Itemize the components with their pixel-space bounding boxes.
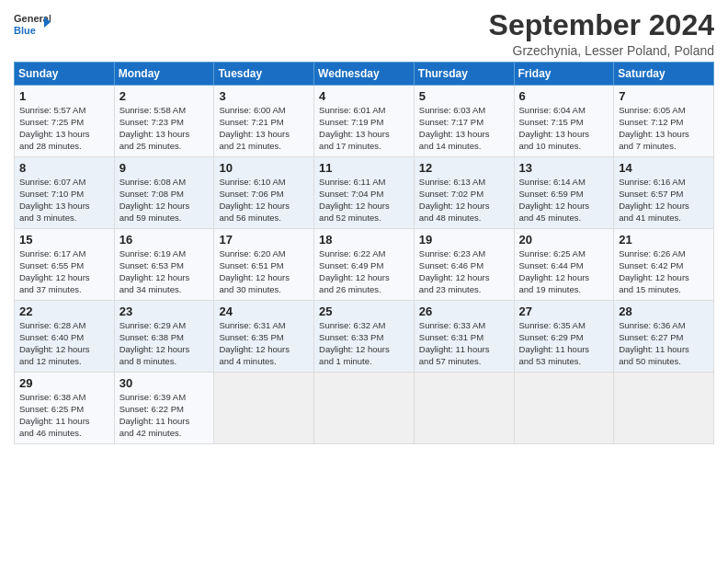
calendar-cell: 8Sunrise: 6:07 AMSunset: 7:10 PMDaylight… <box>15 157 115 229</box>
cell-content: Sunrise: 5:58 AMSunset: 7:23 PMDaylight:… <box>119 105 210 152</box>
cell-content: Sunrise: 6:14 AMSunset: 6:59 PMDaylight:… <box>519 177 609 224</box>
calendar-cell: 28Sunrise: 6:36 AMSunset: 6:27 PMDayligh… <box>614 301 714 373</box>
weekday-header-tuesday: Tuesday <box>214 63 314 86</box>
cell-content: Sunrise: 6:25 AMSunset: 6:44 PMDaylight:… <box>519 248 609 295</box>
day-number: 16 <box>119 233 210 247</box>
cell-content: Sunrise: 6:31 AMSunset: 6:35 PMDaylight:… <box>219 320 309 367</box>
calendar-cell <box>314 373 415 444</box>
day-number: 17 <box>219 233 309 247</box>
day-number: 4 <box>319 89 409 103</box>
day-number: 12 <box>419 161 509 175</box>
month-title: September 2024 <box>489 9 714 41</box>
calendar-cell: 25Sunrise: 6:32 AMSunset: 6:33 PMDayligh… <box>314 301 415 373</box>
cell-content: Sunrise: 6:26 AMSunset: 6:42 PMDaylight:… <box>619 248 709 295</box>
weekday-header-thursday: Thursday <box>414 63 514 86</box>
calendar-cell: 20Sunrise: 6:25 AMSunset: 6:44 PMDayligh… <box>514 229 614 301</box>
weekday-header-saturday: Saturday <box>614 63 714 86</box>
calendar-cell: 2Sunrise: 5:58 AMSunset: 7:23 PMDaylight… <box>114 86 214 157</box>
calendar-cell: 27Sunrise: 6:35 AMSunset: 6:29 PMDayligh… <box>514 301 614 373</box>
day-number: 18 <box>319 233 409 247</box>
day-number: 24 <box>219 304 309 318</box>
day-number: 1 <box>19 89 109 103</box>
day-number: 3 <box>219 89 309 103</box>
calendar-cell: 13Sunrise: 6:14 AMSunset: 6:59 PMDayligh… <box>514 157 614 229</box>
cell-content: Sunrise: 6:00 AMSunset: 7:21 PMDaylight:… <box>219 105 309 152</box>
calendar-week-3: 15Sunrise: 6:17 AMSunset: 6:55 PMDayligh… <box>15 229 714 301</box>
page-container: General Blue September 2024 Grzechynia, … <box>0 0 728 454</box>
weekday-header-row: SundayMondayTuesdayWednesdayThursdayFrid… <box>15 63 714 86</box>
cell-content: Sunrise: 6:07 AMSunset: 7:10 PMDaylight:… <box>19 177 109 224</box>
logo-icon: General Blue <box>14 9 51 39</box>
day-number: 11 <box>319 161 409 175</box>
calendar-cell: 26Sunrise: 6:33 AMSunset: 6:31 PMDayligh… <box>414 301 514 373</box>
calendar-cell: 10Sunrise: 6:10 AMSunset: 7:06 PMDayligh… <box>214 157 314 229</box>
day-number: 2 <box>119 89 210 103</box>
calendar-cell: 6Sunrise: 6:04 AMSunset: 7:15 PMDaylight… <box>514 86 614 157</box>
day-number: 21 <box>619 233 709 247</box>
calendar-cell: 16Sunrise: 6:19 AMSunset: 6:53 PMDayligh… <box>114 229 214 301</box>
cell-content: Sunrise: 6:10 AMSunset: 7:06 PMDaylight:… <box>219 177 309 224</box>
calendar-cell: 21Sunrise: 6:26 AMSunset: 6:42 PMDayligh… <box>614 229 714 301</box>
cell-content: Sunrise: 6:01 AMSunset: 7:19 PMDaylight:… <box>319 105 409 152</box>
day-number: 26 <box>419 304 509 318</box>
calendar-week-1: 1Sunrise: 5:57 AMSunset: 7:25 PMDaylight… <box>15 86 714 157</box>
calendar-cell: 7Sunrise: 6:05 AMSunset: 7:12 PMDaylight… <box>614 86 714 157</box>
day-number: 5 <box>419 89 509 103</box>
cell-content: Sunrise: 6:17 AMSunset: 6:55 PMDaylight:… <box>19 248 109 295</box>
day-number: 19 <box>419 233 509 247</box>
cell-content: Sunrise: 6:29 AMSunset: 6:38 PMDaylight:… <box>119 320 210 367</box>
location-title: Grzechynia, Lesser Poland, Poland <box>489 43 714 58</box>
cell-content: Sunrise: 6:39 AMSunset: 6:22 PMDaylight:… <box>119 392 210 439</box>
cell-content: Sunrise: 6:19 AMSunset: 6:53 PMDaylight:… <box>119 248 210 295</box>
cell-content: Sunrise: 6:22 AMSunset: 6:49 PMDaylight:… <box>319 248 409 295</box>
header: General Blue September 2024 Grzechynia, … <box>14 9 714 58</box>
calendar-table: SundayMondayTuesdayWednesdayThursdayFrid… <box>14 62 714 444</box>
calendar-cell: 14Sunrise: 6:16 AMSunset: 6:57 PMDayligh… <box>614 157 714 229</box>
cell-content: Sunrise: 6:20 AMSunset: 6:51 PMDaylight:… <box>219 248 309 295</box>
cell-content: Sunrise: 6:38 AMSunset: 6:25 PMDaylight:… <box>19 392 109 439</box>
day-number: 28 <box>619 304 709 318</box>
cell-content: Sunrise: 6:33 AMSunset: 6:31 PMDaylight:… <box>419 320 509 367</box>
day-number: 29 <box>19 376 109 390</box>
calendar-cell: 9Sunrise: 6:08 AMSunset: 7:08 PMDaylight… <box>114 157 214 229</box>
day-number: 15 <box>19 233 109 247</box>
calendar-cell <box>514 373 614 444</box>
calendar-week-5: 29Sunrise: 6:38 AMSunset: 6:25 PMDayligh… <box>15 373 714 444</box>
day-number: 14 <box>619 161 709 175</box>
day-number: 9 <box>119 161 210 175</box>
cell-content: Sunrise: 6:23 AMSunset: 6:46 PMDaylight:… <box>419 248 509 295</box>
calendar-cell: 17Sunrise: 6:20 AMSunset: 6:51 PMDayligh… <box>214 229 314 301</box>
day-number: 8 <box>19 161 109 175</box>
calendar-cell: 29Sunrise: 6:38 AMSunset: 6:25 PMDayligh… <box>15 373 115 444</box>
weekday-header-friday: Friday <box>514 63 614 86</box>
weekday-header-wednesday: Wednesday <box>314 63 415 86</box>
cell-content: Sunrise: 6:16 AMSunset: 6:57 PMDaylight:… <box>619 177 709 224</box>
day-number: 25 <box>319 304 409 318</box>
calendar-week-2: 8Sunrise: 6:07 AMSunset: 7:10 PMDaylight… <box>15 157 714 229</box>
day-number: 22 <box>19 304 109 318</box>
cell-content: Sunrise: 6:05 AMSunset: 7:12 PMDaylight:… <box>619 105 709 152</box>
day-number: 23 <box>119 304 210 318</box>
calendar-cell: 19Sunrise: 6:23 AMSunset: 6:46 PMDayligh… <box>414 229 514 301</box>
calendar-cell: 3Sunrise: 6:00 AMSunset: 7:21 PMDaylight… <box>214 86 314 157</box>
calendar-cell: 18Sunrise: 6:22 AMSunset: 6:49 PMDayligh… <box>314 229 415 301</box>
weekday-header-monday: Monday <box>114 63 214 86</box>
cell-content: Sunrise: 6:35 AMSunset: 6:29 PMDaylight:… <box>519 320 609 367</box>
cell-content: Sunrise: 5:57 AMSunset: 7:25 PMDaylight:… <box>19 105 109 152</box>
cell-content: Sunrise: 6:08 AMSunset: 7:08 PMDaylight:… <box>119 177 210 224</box>
svg-text:Blue: Blue <box>14 25 36 36</box>
calendar-cell: 11Sunrise: 6:11 AMSunset: 7:04 PMDayligh… <box>314 157 415 229</box>
day-number: 6 <box>519 89 609 103</box>
cell-content: Sunrise: 6:11 AMSunset: 7:04 PMDaylight:… <box>319 177 409 224</box>
logo: General Blue <box>14 9 51 39</box>
calendar-cell: 12Sunrise: 6:13 AMSunset: 7:02 PMDayligh… <box>414 157 514 229</box>
cell-content: Sunrise: 6:13 AMSunset: 7:02 PMDaylight:… <box>419 177 509 224</box>
calendar-cell <box>614 373 714 444</box>
day-number: 10 <box>219 161 309 175</box>
weekday-header-sunday: Sunday <box>15 63 115 86</box>
calendar-cell: 4Sunrise: 6:01 AMSunset: 7:19 PMDaylight… <box>314 86 415 157</box>
calendar-cell: 30Sunrise: 6:39 AMSunset: 6:22 PMDayligh… <box>114 373 214 444</box>
cell-content: Sunrise: 6:03 AMSunset: 7:17 PMDaylight:… <box>419 105 509 152</box>
cell-content: Sunrise: 6:04 AMSunset: 7:15 PMDaylight:… <box>519 105 609 152</box>
title-block: September 2024 Grzechynia, Lesser Poland… <box>489 9 714 58</box>
